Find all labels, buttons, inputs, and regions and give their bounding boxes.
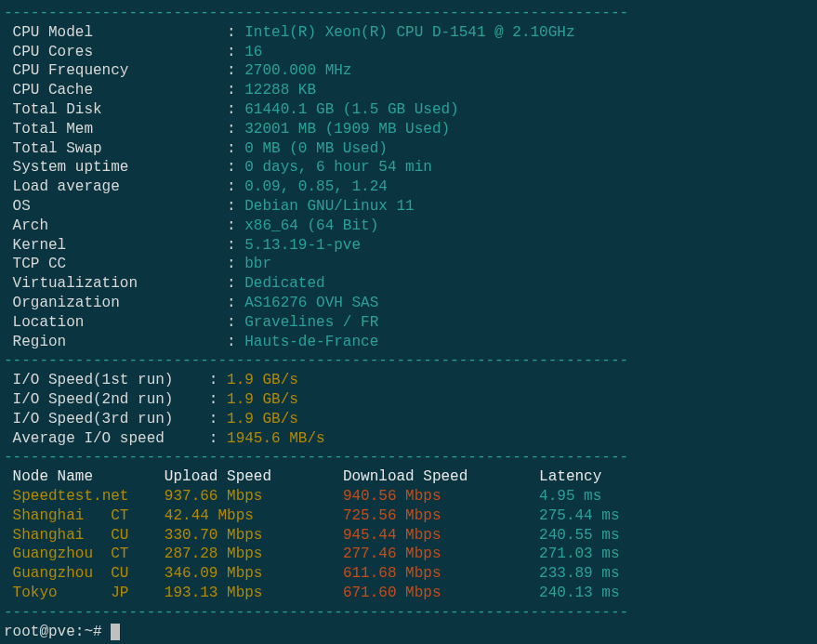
sysinfo-value: x86_64 (64 Bit) (244, 217, 378, 234)
sysinfo-label: Kernel (4, 237, 227, 254)
speedtest-row: Shanghai CT 42.44 Mbps 725.56 Mbps 275.4… (4, 506, 813, 526)
upload-speed: 193.13 Mbps (165, 585, 343, 601)
sysinfo-row: Location : Gravelines / FR (4, 313, 813, 333)
divider-mid1: ----------------------------------------… (4, 351, 813, 371)
speedtest-section: Node Name Upload Speed Download Speed La… (4, 467, 813, 603)
colon: : (209, 430, 227, 447)
sysinfo-label: CPU Cache (4, 82, 227, 99)
latency: 240.55 ms (539, 527, 646, 544)
column-header: Download Speed (343, 468, 539, 485)
download-speed: 725.56 Mbps (343, 507, 539, 524)
sysinfo-value: 16 (244, 44, 262, 60)
column-header: Upload Speed (165, 468, 343, 485)
latency: 271.03 ms (539, 545, 646, 562)
sysinfo-label: OS (4, 198, 227, 215)
sysinfo-row: Region : Hauts-de-France (4, 333, 813, 352)
sysinfo-value: 12288 KB (244, 82, 316, 99)
latency: 233.89 ms (539, 565, 646, 582)
sysinfo-label: Location (4, 314, 227, 331)
colon: : (227, 140, 244, 157)
node-name: Guangzhou CT (13, 545, 165, 562)
colon: : (227, 314, 244, 331)
sysinfo-value: Dedicated (244, 275, 324, 292)
speedtest-row: Guangzhou CU 346.09 Mbps 611.68 Mbps 233… (4, 564, 813, 584)
column-header: Node Name (13, 468, 165, 485)
iospeed-value: 1945.6 MB/s (227, 430, 325, 447)
colon: : (227, 159, 244, 176)
iospeed-value: 1.9 GB/s (227, 391, 298, 408)
iospeed-section: I/O Speed(1st run) : 1.9 GB/s I/O Speed(… (4, 371, 813, 448)
colon: : (227, 275, 244, 292)
colon: : (227, 334, 244, 350)
divider-top: ----------------------------------------… (4, 4, 813, 23)
prompt-text: root@pve:~# (4, 624, 111, 640)
sysinfo-label: Total Mem (4, 121, 227, 138)
colon: : (227, 101, 244, 118)
sysinfo-row: Total Mem : 32001 MB (1909 MB Used) (4, 120, 813, 139)
colon: : (227, 178, 244, 195)
upload-speed: 42.44 Mbps (165, 507, 343, 524)
sysinfo-value: Gravelines / FR (244, 314, 378, 331)
sysinfo-row: Arch : x86_64 (64 Bit) (4, 217, 813, 236)
sysinfo-label: Organization (4, 295, 227, 311)
sysinfo-value: bbr (244, 256, 271, 272)
speedtest-row: Guangzhou CT 287.28 Mbps 277.46 Mbps 271… (4, 545, 813, 564)
download-speed: 671.60 Mbps (343, 585, 539, 601)
sysinfo-row: CPU Cache : 12288 KB (4, 81, 813, 100)
sysinfo-row: System uptime : 0 days, 6 hour 54 min (4, 158, 813, 177)
sysinfo-row: Total Swap : 0 MB (0 MB Used) (4, 139, 813, 159)
sysinfo-section: CPU Model : Intel(R) Xeon(R) CPU D-1541 … (4, 23, 813, 352)
speedtest-row: Tokyo JP 193.13 Mbps 671.60 Mbps 240.13 … (4, 584, 813, 603)
sysinfo-row: CPU Cores : 16 (4, 43, 813, 62)
sysinfo-label: System uptime (4, 159, 227, 176)
iospeed-row: I/O Speed(3rd run) : 1.9 GB/s (4, 410, 813, 429)
sysinfo-row: TCP CC : bbr (4, 255, 813, 274)
sysinfo-label: Arch (4, 217, 227, 234)
download-speed: 611.68 Mbps (343, 565, 539, 582)
speedtest-header: Node Name Upload Speed Download Speed La… (4, 467, 813, 487)
sysinfo-label: CPU Frequency (4, 62, 227, 79)
colon: : (227, 82, 244, 99)
colon: : (209, 411, 227, 427)
latency: 240.13 ms (539, 585, 646, 601)
colon: : (227, 237, 244, 254)
column-header: Latency (539, 468, 646, 485)
sysinfo-row: Total Disk : 61440.1 GB (1.5 GB Used) (4, 100, 813, 120)
sysinfo-row: OS : Debian GNU/Linux 11 (4, 197, 813, 217)
download-speed: 945.44 Mbps (343, 527, 539, 544)
sysinfo-row: Organization : AS16276 OVH SAS (4, 294, 813, 313)
iospeed-label: Average I/O speed (4, 430, 209, 447)
iospeed-row: I/O Speed(2nd run) : 1.9 GB/s (4, 390, 813, 410)
sysinfo-label: CPU Model (4, 24, 227, 41)
sysinfo-row: CPU Model : Intel(R) Xeon(R) CPU D-1541 … (4, 23, 813, 43)
sysinfo-row: Load average : 0.09, 0.85, 1.24 (4, 177, 813, 197)
colon: : (209, 391, 227, 408)
iospeed-value: 1.9 GB/s (227, 372, 298, 388)
sysinfo-value: 61440.1 GB (1.5 GB Used) (244, 101, 458, 118)
sysinfo-label: Virtualization (4, 275, 227, 292)
iospeed-label: I/O Speed(3rd run) (4, 411, 209, 427)
sysinfo-label: Total Disk (4, 101, 227, 118)
node-name: Speedtest.net (13, 488, 165, 505)
sysinfo-value: 0.09, 0.85, 1.24 (244, 178, 388, 195)
sysinfo-row: Virtualization : Dedicated (4, 274, 813, 294)
iospeed-label: I/O Speed(2nd run) (4, 391, 209, 408)
iospeed-value: 1.9 GB/s (227, 411, 298, 427)
terminal-output: ----------------------------------------… (4, 4, 813, 641)
iospeed-label: I/O Speed(1st run) (4, 372, 209, 388)
shell-prompt[interactable]: root@pve:~# (4, 623, 813, 642)
colon: : (227, 256, 244, 272)
upload-speed: 346.09 Mbps (165, 565, 343, 582)
colon: : (209, 372, 227, 388)
upload-speed: 937.66 Mbps (165, 488, 343, 505)
sysinfo-value: 0 days, 6 hour 54 min (244, 159, 432, 176)
node-name: Shanghai CU (13, 527, 165, 544)
iospeed-row: Average I/O speed : 1945.6 MB/s (4, 429, 813, 449)
node-name: Tokyo JP (13, 585, 165, 601)
sysinfo-value: 5.13.19-1-pve (244, 237, 361, 254)
sysinfo-label: Total Swap (4, 140, 227, 157)
node-name: Guangzhou CU (13, 565, 165, 582)
colon: : (227, 24, 244, 41)
sysinfo-label: Load average (4, 178, 227, 195)
sysinfo-value: Hauts-de-France (244, 334, 378, 350)
